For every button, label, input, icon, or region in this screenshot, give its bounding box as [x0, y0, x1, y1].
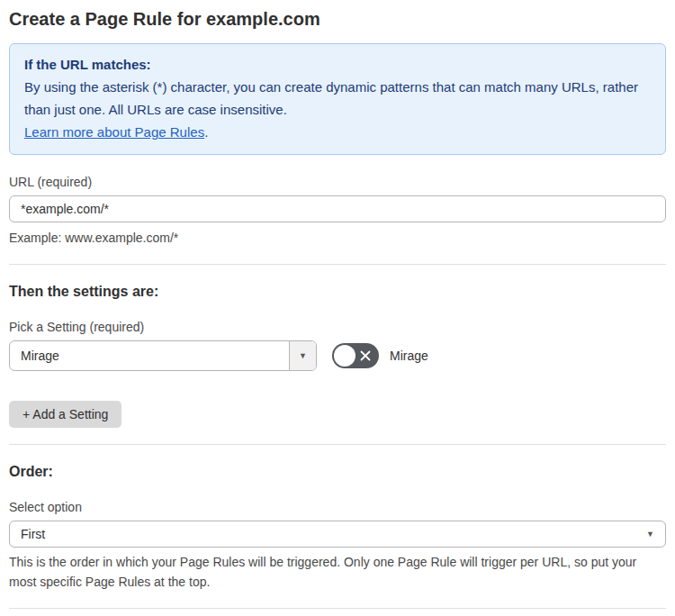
mirage-toggle[interactable]: [332, 343, 379, 368]
info-box-body: By using the asterisk (*) character, you…: [24, 76, 651, 121]
link-period: .: [204, 124, 208, 140]
settings-section-heading: Then the settings are:: [9, 284, 666, 300]
setting-row: Mirage ▼ Mirage: [9, 340, 666, 371]
info-box-link-line: Learn more about Page Rules.: [24, 121, 651, 143]
info-box-heading: If the URL matches:: [24, 53, 651, 76]
toggle-knob: [334, 345, 356, 367]
chevron-down-icon: ▼: [646, 530, 654, 539]
setting-select[interactable]: Mirage ▼: [9, 340, 317, 371]
toggle-setting-label: Mirage: [390, 349, 428, 363]
page-title: Create a Page Rule for example.com: [9, 9, 666, 30]
divider: [9, 444, 666, 445]
setting-select-dropdown-button[interactable]: ▼: [289, 341, 316, 370]
url-example-helper: Example: www.example.com/*: [9, 228, 666, 248]
add-setting-button[interactable]: + Add a Setting: [9, 401, 122, 428]
divider: [9, 608, 666, 609]
chevron-down-icon: ▼: [299, 351, 307, 360]
setting-select-value: Mirage: [10, 341, 289, 370]
url-field-label: URL (required): [9, 175, 666, 189]
url-matches-info-box: If the URL matches: By using the asteris…: [9, 43, 666, 155]
order-select[interactable]: First ▼: [9, 521, 666, 548]
url-input[interactable]: [9, 195, 666, 222]
order-select-label: Select option: [9, 500, 666, 514]
order-select-value: First: [21, 527, 646, 541]
order-section-heading: Order:: [9, 464, 666, 480]
learn-more-link[interactable]: Learn more about Page Rules: [24, 124, 204, 140]
divider: [9, 264, 666, 265]
setting-picker-label: Pick a Setting (required): [9, 320, 666, 334]
order-helper-text: This is the order in which your Page Rul…: [9, 552, 650, 592]
toggle-off-x-icon: [358, 349, 373, 363]
